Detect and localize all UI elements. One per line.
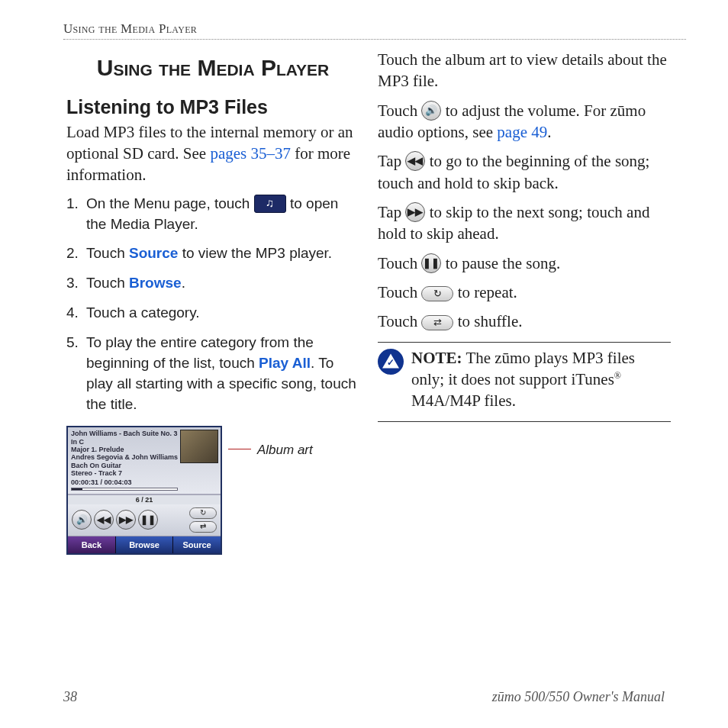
callout-line [228,449,251,449]
shuffle-icon-inline: ⇄ [421,315,453,330]
repeat-icon-inline: ↻ [421,286,453,301]
p5-text-a: Touch [378,254,421,272]
steps-list: On the Menu page, touch to open the Medi… [66,194,359,416]
track-info: Stereo - Track 7 [71,469,178,477]
left-column: Using the Media Player Listening to MP3 … [66,49,359,555]
track-artist: Andres Segovia & John Williams [71,453,178,461]
step-2-text-a: Touch [86,245,129,261]
play-all-label: Play All [259,355,311,371]
p2-text-a: Touch [378,101,421,120]
volume-button: 🔊 [72,510,92,530]
pause-paragraph: Touch ❚❚ to pause the song. [378,253,671,274]
p5-text-b: to pause the song. [441,254,560,272]
note-rule-bottom [378,421,671,422]
prev-icon-inline: ◀◀ [405,151,425,171]
manual-title: zūmo 500/550 Owner's Manual [492,689,665,705]
step-3-text-a: Touch [86,275,129,291]
next-button: ▶▶ [116,510,136,530]
step-1-text-a: On the Menu page, touch [86,195,254,211]
shuffle-icon: ⇄ [200,522,206,530]
intro-paragraph: Load MP3 files to the internal memory or… [66,121,359,186]
note-body-b: M4A/M4P files. [411,391,516,410]
pause-icon-inline: ❚❚ [421,253,441,273]
running-header: Using the Media Player [63,21,665,37]
right-column: Touch the album art to view details abou… [378,49,671,555]
section-heading: Listening to MP3 Files [66,96,359,118]
track-count: 6 / 21 [68,494,221,504]
album-art-callout: Album art [257,443,313,458]
media-player-screenshot: John Williams - Bach Suite No. 3 In C Ma… [66,426,222,554]
volume-paragraph: Touch 🔊 to adjust the volume. For zūmo a… [378,100,671,143]
repeat-icon: ↻ [200,508,206,517]
step-1: On the Menu page, touch to open the Medi… [66,194,359,235]
track-title-line2: Major 1. Prelude [71,446,178,453]
link-pages-35-37[interactable]: pages 35–37 [210,144,291,163]
volume-icon-inline: 🔊 [421,101,441,121]
player-figure: John Williams - Bach Suite No. 3 In C Ma… [66,426,359,554]
back-button: Back [68,536,116,553]
prev-icon: ◀◀ [97,514,111,525]
note-rule-top [378,342,671,343]
pause-icon: ❚❚ [140,514,156,525]
step-3: Touch Browse. [66,273,359,294]
track-album: Bach On Guitar [71,462,178,469]
page-footer: 38 zūmo 500/550 Owner's Manual [42,689,686,705]
page-number: 38 [63,689,77,705]
p2-text-c: . [547,123,551,141]
repeat-paragraph: Touch ↻ to repeat. [378,282,671,303]
note-text: NOTE: The zūmo plays MP3 files only; it … [411,347,671,412]
prev-paragraph: Tap ◀◀ to go to the beginning of the son… [378,150,671,194]
track-title-line1: John Williams - Bach Suite No. 3 In C [71,430,178,446]
note-label: NOTE: [411,349,462,367]
album-art-paragraph: Touch the album art to view details abou… [378,49,671,92]
note-box: NOTE: The zūmo plays MP3 files only; it … [378,347,671,412]
source-button: Source [173,536,221,553]
repeat-button: ↻ [189,507,217,519]
p7-text-b: to shuffle. [453,312,522,330]
page-title: Using the Media Player [66,53,359,82]
header-rule [63,39,686,40]
shuffle-paragraph: Touch ⇄ to shuffle. [378,311,671,332]
p3-text-a: Tap [378,152,405,170]
p6-text-a: Touch [378,283,421,301]
browse-button: Browse [116,536,173,553]
browse-label: Browse [129,275,182,291]
track-time: 00:00:31 / 00:04:03 [71,478,178,486]
source-label: Source [129,245,178,261]
step-2: Touch Source to view the MP3 player. [66,243,359,264]
step-4: Touch a category. [66,303,359,324]
next-icon: ▶▶ [119,514,133,525]
step-3-text-b: . [182,275,185,291]
next-icon-inline: ▶▶ [405,202,425,222]
volume-icon: 🔊 [76,514,88,525]
music-note-icon [254,195,286,213]
registered-mark: ® [614,370,621,381]
link-page-49[interactable]: page 49 [497,123,547,141]
next-paragraph: Tap ▶▶ to skip to the next song; touch a… [378,201,671,245]
p7-text-a: Touch [378,312,421,330]
pause-button: ❚❚ [138,510,158,530]
step-5: To play the entire category from the beg… [66,333,359,415]
album-art-thumbnail [180,430,218,463]
prev-button: ◀◀ [94,510,114,530]
p4-text-a: Tap [378,203,405,221]
step-2-text-b: to view the MP3 player. [178,245,332,261]
note-checkmark-icon [378,349,404,375]
p6-text-b: to repeat. [453,283,517,301]
progress-bar [71,488,178,491]
shuffle-button: ⇄ [189,521,217,533]
